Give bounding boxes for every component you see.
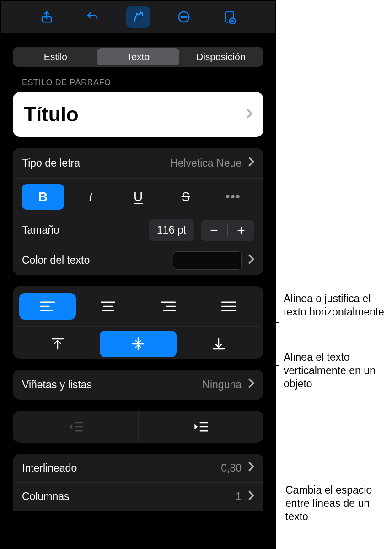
underline-button[interactable]: U — [117, 184, 159, 210]
size-increase-button[interactable]: + — [228, 220, 254, 241]
font-size-stepper: − + — [201, 220, 254, 241]
valign-bottom-button[interactable] — [180, 331, 257, 357]
chevron-right-icon — [248, 254, 254, 267]
more-button[interactable] — [172, 6, 196, 28]
text-color-label: Color del texto — [22, 254, 90, 266]
tab-text[interactable]: Texto — [97, 48, 180, 65]
svg-point-2 — [181, 16, 183, 18]
vertical-align-row — [17, 326, 259, 354]
font-type-row[interactable]: Tipo de letra Helvetica Neue — [13, 148, 263, 178]
font-more-button[interactable]: ••• — [212, 184, 254, 210]
chevron-right-icon — [248, 461, 254, 475]
svg-point-4 — [186, 16, 187, 18]
undo-button[interactable] — [81, 6, 104, 28]
bullets-label: Viñetas y listas — [22, 379, 92, 391]
tab-layout[interactable]: Disposición — [179, 48, 262, 65]
decrease-indent-button[interactable] — [13, 411, 138, 443]
share-button[interactable] — [35, 6, 59, 28]
chevron-right-icon — [246, 108, 252, 121]
align-left-button[interactable] — [19, 293, 76, 320]
paragraph-style-header: ESTILO DE PÁRRAFO — [22, 78, 263, 87]
svg-point-7 — [231, 20, 234, 22]
font-size-label: Tamaño — [22, 224, 59, 236]
line-spacing-label: Interlineado — [22, 462, 77, 474]
bold-button[interactable]: B — [22, 184, 64, 210]
line-spacing-row[interactable]: Interlineado 0,80 — [13, 454, 263, 482]
format-button[interactable] — [126, 6, 150, 28]
tab-style[interactable]: Estilo — [14, 48, 97, 65]
valign-top-button[interactable] — [19, 331, 96, 357]
columns-label: Columnas — [22, 490, 70, 503]
font-style-row: B I U S ••• — [13, 178, 263, 215]
callout-valign: Alinea el texto verticalmente en un obje… — [264, 344, 392, 399]
font-group: Tipo de letra Helvetica Neue B I U S •••… — [13, 148, 263, 275]
inspector-tabs: Estilo Texto Disposición — [13, 47, 263, 67]
italic-button[interactable]: I — [70, 184, 112, 210]
columns-value: 1 — [236, 490, 242, 503]
callout-linespace: Cambia el espacio entre líneas de un tex… — [248, 484, 392, 538]
strikethrough-button[interactable]: S — [165, 184, 207, 210]
font-size-value[interactable]: 116 pt — [149, 219, 194, 241]
font-size-row: Tamaño 116 pt − + — [13, 215, 263, 245]
text-color-row[interactable]: Color del texto — [13, 245, 263, 275]
line-spacing-value: 0,80 — [221, 462, 242, 474]
chevron-right-icon — [248, 156, 254, 170]
toolbar — [1, 1, 275, 33]
size-decrease-button[interactable]: − — [201, 220, 227, 241]
paragraph-style-picker[interactable]: Título — [13, 92, 263, 137]
bullets-row[interactable]: Viñetas y listas Ninguna — [13, 370, 263, 400]
valign-middle-button[interactable] — [100, 331, 177, 357]
spacing-group: Interlineado 0,80 Columnas 1 — [13, 454, 263, 511]
font-type-value: Helvetica Neue — [170, 157, 242, 169]
font-type-label: Tipo de letra — [22, 157, 80, 169]
align-justify-button[interactable] — [200, 293, 257, 320]
bullets-value: Ninguna — [202, 379, 242, 391]
document-button[interactable] — [218, 6, 242, 28]
bullets-group: Viñetas y listas Ninguna — [13, 370, 263, 400]
svg-point-3 — [183, 16, 185, 18]
increase-indent-button[interactable] — [138, 411, 264, 443]
indent-group — [13, 411, 263, 443]
alignment-group — [13, 286, 263, 359]
align-center-button[interactable] — [80, 293, 136, 320]
horizontal-align-row — [17, 293, 259, 320]
columns-row[interactable]: Columnas 1 — [13, 482, 263, 511]
text-color-swatch[interactable] — [173, 251, 242, 270]
align-right-button[interactable] — [140, 293, 197, 320]
paragraph-style-name: Título — [24, 103, 79, 126]
callout-halign: Alinea o justifica el texto horizontalme… — [264, 292, 392, 347]
chevron-right-icon — [248, 378, 254, 391]
